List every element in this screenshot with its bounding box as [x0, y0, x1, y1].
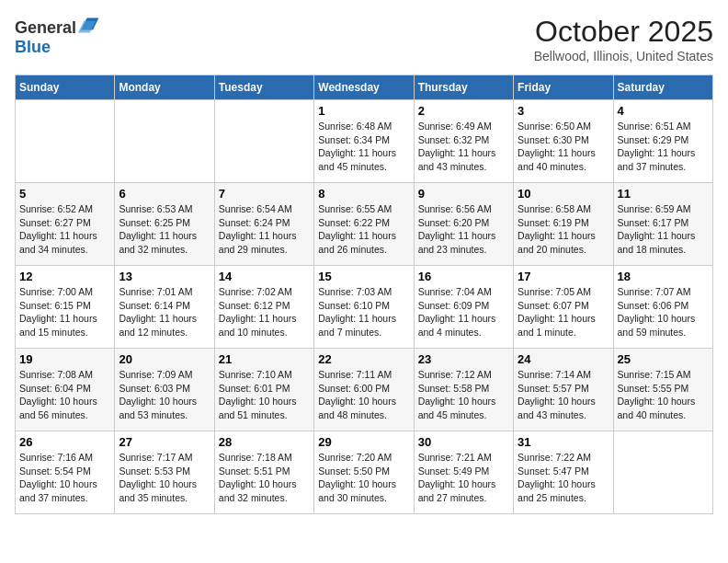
day-number: 6 [119, 187, 210, 201]
day-number: 7 [219, 187, 310, 201]
logo: General Blue [15, 15, 100, 57]
day-number: 18 [618, 270, 709, 283]
calendar-cell: 29Sunrise: 7:20 AM Sunset: 5:50 PM Dayli… [314, 431, 414, 514]
calendar-cell: 17Sunrise: 7:05 AM Sunset: 6:07 PM Dayli… [514, 266, 613, 349]
cell-content: Sunrise: 7:07 AM Sunset: 6:06 PM Dayligh… [618, 285, 709, 339]
day-number: 12 [19, 270, 110, 283]
cell-content: Sunrise: 6:49 AM Sunset: 6:32 PM Dayligh… [418, 120, 509, 174]
cell-content: Sunrise: 6:48 AM Sunset: 6:34 PM Dayligh… [318, 120, 409, 174]
cell-content: Sunrise: 6:58 AM Sunset: 6:19 PM Dayligh… [518, 202, 609, 257]
cell-content: Sunrise: 7:03 AM Sunset: 6:10 PM Dayligh… [318, 285, 409, 339]
day-number: 4 [618, 104, 709, 118]
day-number: 22 [318, 352, 409, 366]
calendar-cell: 8Sunrise: 6:55 AM Sunset: 6:22 PM Daylig… [314, 183, 414, 266]
day-number: 3 [518, 104, 609, 118]
cell-content: Sunrise: 6:56 AM Sunset: 6:20 PM Dayligh… [418, 202, 509, 257]
day-number: 28 [219, 435, 310, 449]
cell-content: Sunrise: 7:11 AM Sunset: 6:00 PM Dayligh… [318, 368, 409, 422]
cell-content: Sunrise: 7:14 AM Sunset: 5:57 PM Dayligh… [518, 368, 609, 422]
calendar-cell: 4Sunrise: 6:51 AM Sunset: 6:29 PM Daylig… [613, 100, 712, 183]
calendar-cell: 1Sunrise: 6:48 AM Sunset: 6:34 PM Daylig… [314, 100, 414, 183]
calendar-cell: 27Sunrise: 7:17 AM Sunset: 5:53 PM Dayli… [115, 431, 214, 514]
day-number: 21 [219, 352, 310, 366]
day-header-monday: Monday [115, 75, 214, 100]
calendar-cell: 10Sunrise: 6:58 AM Sunset: 6:19 PM Dayli… [514, 183, 613, 266]
cell-content: Sunrise: 6:51 AM Sunset: 6:29 PM Dayligh… [618, 120, 709, 174]
day-number: 29 [318, 435, 409, 449]
cell-content: Sunrise: 7:22 AM Sunset: 5:47 PM Dayligh… [518, 451, 609, 505]
cell-content: Sunrise: 7:00 AM Sunset: 6:15 PM Dayligh… [19, 285, 110, 339]
calendar-cell: 21Sunrise: 7:10 AM Sunset: 6:01 PM Dayli… [214, 349, 313, 431]
logo-blue: Blue [15, 38, 100, 57]
calendar-cell: 23Sunrise: 7:12 AM Sunset: 5:58 PM Dayli… [414, 349, 513, 431]
calendar-cell: 3Sunrise: 6:50 AM Sunset: 6:30 PM Daylig… [514, 100, 613, 183]
week-row-2: 5Sunrise: 6:52 AM Sunset: 6:27 PM Daylig… [16, 183, 713, 266]
day-number: 10 [518, 187, 609, 201]
cell-content: Sunrise: 7:10 AM Sunset: 6:01 PM Dayligh… [219, 368, 310, 422]
cell-content: Sunrise: 7:04 AM Sunset: 6:09 PM Dayligh… [418, 285, 509, 339]
day-number: 1 [318, 104, 409, 118]
day-number: 9 [418, 187, 509, 201]
month-title: October 2025 [534, 15, 713, 49]
calendar-cell: 5Sunrise: 6:52 AM Sunset: 6:27 PM Daylig… [16, 183, 115, 266]
calendar-cell: 25Sunrise: 7:15 AM Sunset: 5:55 PM Dayli… [613, 349, 712, 431]
cell-content: Sunrise: 7:01 AM Sunset: 6:14 PM Dayligh… [119, 285, 210, 339]
day-number: 8 [318, 187, 409, 201]
day-number: 27 [119, 435, 210, 449]
title-section: October 2025 Bellwood, Illinois, United … [534, 15, 713, 63]
calendar-cell: 14Sunrise: 7:02 AM Sunset: 6:12 PM Dayli… [214, 266, 313, 349]
day-header-sunday: Sunday [16, 75, 115, 100]
cell-content: Sunrise: 6:53 AM Sunset: 6:25 PM Dayligh… [119, 202, 210, 257]
calendar-cell: 26Sunrise: 7:16 AM Sunset: 5:54 PM Dayli… [16, 431, 115, 514]
cell-content: Sunrise: 7:05 AM Sunset: 6:07 PM Dayligh… [518, 285, 609, 339]
day-header-tuesday: Tuesday [214, 75, 313, 100]
logo-general: General [15, 18, 76, 37]
location: Bellwood, Illinois, United States [534, 49, 713, 63]
cell-content: Sunrise: 7:16 AM Sunset: 5:54 PM Dayligh… [19, 451, 110, 505]
cell-content: Sunrise: 7:02 AM Sunset: 6:12 PM Dayligh… [219, 285, 310, 339]
calendar-cell: 24Sunrise: 7:14 AM Sunset: 5:57 PM Dayli… [514, 349, 613, 431]
day-number: 19 [19, 352, 110, 366]
header-row: SundayMondayTuesdayWednesdayThursdayFrid… [16, 75, 713, 100]
cell-content: Sunrise: 6:52 AM Sunset: 6:27 PM Dayligh… [19, 202, 110, 257]
day-number: 24 [518, 352, 609, 366]
calendar-cell: 7Sunrise: 6:54 AM Sunset: 6:24 PM Daylig… [214, 183, 313, 266]
cell-content: Sunrise: 7:09 AM Sunset: 6:03 PM Dayligh… [119, 368, 210, 422]
day-number: 26 [19, 435, 110, 449]
calendar-table: SundayMondayTuesdayWednesdayThursdayFrid… [15, 75, 713, 514]
day-number: 5 [19, 187, 110, 201]
cell-content: Sunrise: 7:18 AM Sunset: 5:51 PM Dayligh… [219, 451, 310, 505]
calendar-cell: 15Sunrise: 7:03 AM Sunset: 6:10 PM Dayli… [314, 266, 414, 349]
calendar-cell: 6Sunrise: 6:53 AM Sunset: 6:25 PM Daylig… [115, 183, 214, 266]
calendar-cell [613, 431, 712, 514]
calendar-cell: 20Sunrise: 7:09 AM Sunset: 6:03 PM Dayli… [115, 349, 214, 431]
cell-content: Sunrise: 7:08 AM Sunset: 6:04 PM Dayligh… [19, 368, 110, 422]
cell-content: Sunrise: 7:15 AM Sunset: 5:55 PM Dayligh… [618, 368, 709, 422]
calendar-cell: 13Sunrise: 7:01 AM Sunset: 6:14 PM Dayli… [115, 266, 214, 349]
calendar-cell: 22Sunrise: 7:11 AM Sunset: 6:00 PM Dayli… [314, 349, 414, 431]
day-number: 31 [518, 435, 609, 449]
day-number: 11 [618, 187, 709, 201]
calendar-cell: 16Sunrise: 7:04 AM Sunset: 6:09 PM Dayli… [414, 266, 513, 349]
cell-content: Sunrise: 6:54 AM Sunset: 6:24 PM Dayligh… [219, 202, 310, 257]
day-header-friday: Friday [514, 75, 613, 100]
day-header-saturday: Saturday [613, 75, 712, 100]
day-number: 20 [119, 352, 210, 366]
week-row-5: 26Sunrise: 7:16 AM Sunset: 5:54 PM Dayli… [16, 431, 713, 514]
calendar-cell: 28Sunrise: 7:18 AM Sunset: 5:51 PM Dayli… [214, 431, 313, 514]
calendar-cell: 2Sunrise: 6:49 AM Sunset: 6:32 PM Daylig… [414, 100, 513, 183]
cell-content: Sunrise: 7:17 AM Sunset: 5:53 PM Dayligh… [119, 451, 210, 505]
day-number: 14 [219, 270, 310, 283]
day-number: 13 [119, 270, 210, 283]
day-number: 23 [418, 352, 509, 366]
calendar-cell: 11Sunrise: 6:59 AM Sunset: 6:17 PM Dayli… [613, 183, 712, 266]
calendar-cell [214, 100, 313, 183]
cell-content: Sunrise: 7:20 AM Sunset: 5:50 PM Dayligh… [318, 451, 409, 505]
cell-content: Sunrise: 7:21 AM Sunset: 5:49 PM Dayligh… [418, 451, 509, 505]
cell-content: Sunrise: 7:12 AM Sunset: 5:58 PM Dayligh… [418, 368, 509, 422]
day-number: 15 [318, 270, 409, 283]
day-number: 30 [418, 435, 509, 449]
day-number: 25 [618, 352, 709, 366]
cell-content: Sunrise: 6:50 AM Sunset: 6:30 PM Dayligh… [518, 120, 609, 174]
day-number: 2 [418, 104, 509, 118]
